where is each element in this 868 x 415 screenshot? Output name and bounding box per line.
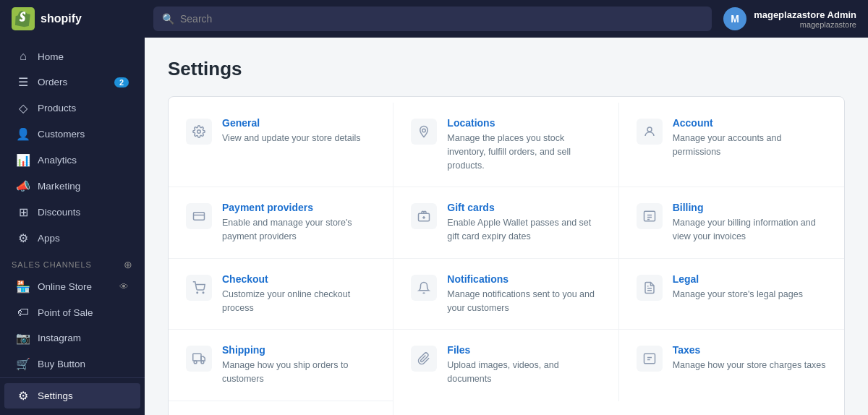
sidebar-item-products[interactable]: ◇ Products <box>4 95 140 121</box>
checkout-title: Checkout <box>222 273 375 285</box>
billing-icon <box>637 203 663 229</box>
svg-point-2 <box>422 129 426 132</box>
gift-cards-title: Gift cards <box>447 202 600 213</box>
files-text: Files Upload images, videos, and documen… <box>447 344 600 386</box>
legal-desc: Manage your store's legal pages <box>673 288 827 301</box>
account-desc: Manage your accounts and permissions <box>673 132 827 159</box>
search-input[interactable] <box>180 13 703 25</box>
badge-orders: 2 <box>114 77 129 87</box>
svg-point-14 <box>203 292 204 294</box>
sidebar-label-online-store: Online Store <box>38 281 92 292</box>
search-bar[interactable]: 🔍 <box>153 7 712 31</box>
products-icon: ◇ <box>16 101 30 115</box>
legal-icon <box>637 275 663 301</box>
locations-icon <box>411 119 437 145</box>
sidebar-item-online-store[interactable]: 🏪 Online Store 👁 <box>4 274 140 299</box>
sidebar-item-customers[interactable]: 👤 Customers <box>4 121 140 147</box>
taxes-desc: Manage how your store charges taxes <box>673 359 827 372</box>
settings-item-legal[interactable]: Legal Manage your store's legal pages <box>619 259 844 330</box>
general-title: General <box>222 117 375 129</box>
add-sales-channel-icon[interactable]: ⊕ <box>124 259 133 270</box>
sidebar-label-discounts: Discounts <box>38 207 80 218</box>
sidebar-label-marketing: Marketing <box>38 181 80 192</box>
sidebar-label-analytics: Analytics <box>38 155 77 166</box>
sidebar-bottom: ⚙ Settings <box>0 377 145 409</box>
online-store-icon: 🏪 <box>16 280 30 294</box>
eye-icon-online-store[interactable]: 👁 <box>119 281 129 292</box>
sidebar-label-buy-button: Buy Button <box>38 359 85 369</box>
files-desc: Upload images, videos, and documents <box>447 359 600 386</box>
legal-text: Legal Manage your store's legal pages <box>673 273 827 301</box>
notifications-text: Notifications Manage notifications sent … <box>447 273 600 315</box>
svg-point-3 <box>647 127 652 132</box>
taxes-title: Taxes <box>673 344 827 356</box>
sidebar-label-products: Products <box>38 103 76 114</box>
checkout-desc: Customize your online checkout process <box>222 288 375 315</box>
svg-rect-17 <box>193 354 201 361</box>
sidebar-item-marketing[interactable]: 📣 Marketing <box>4 174 140 199</box>
orders-icon: ☰ <box>16 75 30 89</box>
settings-item-billing[interactable]: Billing Manage your billing information … <box>619 187 844 259</box>
settings-item-taxes[interactable]: Taxes Manage how your store charges taxe… <box>619 330 844 401</box>
sidebar-label-orders: Orders <box>38 77 67 87</box>
svg-rect-20 <box>644 354 655 364</box>
files-icon <box>411 346 437 372</box>
sidebar-item-analytics[interactable]: 📊 Analytics <box>4 147 140 173</box>
user-sub: mageplazastore <box>754 20 856 29</box>
sidebar-item-home[interactable]: ⌂ Home <box>4 44 140 69</box>
billing-title: Billing <box>673 202 827 213</box>
checkout-text: Checkout Customize your online checkout … <box>222 273 375 315</box>
account-title: Account <box>673 117 827 129</box>
svg-point-13 <box>197 292 198 294</box>
checkout-icon <box>186 275 212 301</box>
sidebar-item-buy-button[interactable]: 🛒 Buy Button <box>4 351 140 377</box>
settings-item-locations[interactable]: Locations Manage the places you stock in… <box>393 103 618 187</box>
logo-text: shopify <box>41 12 82 25</box>
search-icon: 🔍 <box>162 13 174 25</box>
sidebar-label-apps: Apps <box>38 233 60 244</box>
settings-card: General View and update your store detai… <box>168 96 845 415</box>
sidebar-label-instagram: Instagram <box>38 333 81 343</box>
locations-text: Locations Manage the places you stock in… <box>447 117 600 172</box>
notifications-desc: Manage notifications sent to you and you… <box>447 288 600 315</box>
taxes-icon <box>637 346 663 372</box>
svg-point-19 <box>201 361 204 364</box>
settings-icon: ⚙ <box>16 389 30 403</box>
svg-point-1 <box>197 130 201 134</box>
page-title: Settings <box>168 58 845 80</box>
sidebar-item-point-of-sale[interactable]: 🏷 Point of Sale <box>4 300 140 325</box>
settings-item-checkout[interactable]: Checkout Customize your online checkout … <box>169 259 393 330</box>
billing-desc: Manage your billing information and view… <box>673 216 827 244</box>
payment-providers-title: Payment providers <box>222 202 375 213</box>
sidebar-label-home: Home <box>38 51 64 62</box>
sidebar-item-orders[interactable]: ☰ Orders 2 <box>4 69 140 95</box>
general-icon <box>186 119 212 145</box>
general-desc: View and update your store details <box>222 132 375 145</box>
buy-button-icon: 🛒 <box>16 357 30 371</box>
sidebar-item-instagram[interactable]: 📷 Instagram <box>4 325 140 351</box>
shipping-text: Shipping Manage how you ship orders to c… <box>222 344 375 386</box>
shipping-desc: Manage how you ship orders to customers <box>222 359 375 386</box>
settings-item-files[interactable]: Files Upload images, videos, and documen… <box>393 330 618 401</box>
settings-item-general[interactable]: General View and update your store detai… <box>169 103 393 187</box>
settings-item-gift-cards[interactable]: Gift cards Enable Apple Wallet passes an… <box>393 187 618 259</box>
svg-rect-4 <box>194 213 205 221</box>
logo-area: shopify <box>12 7 142 30</box>
sidebar-item-apps[interactable]: ⚙ Apps <box>4 226 140 251</box>
sidebar-item-settings[interactable]: ⚙ Settings <box>4 383 140 408</box>
instagram-icon: 📷 <box>16 331 30 345</box>
settings-item-account[interactable]: Account Manage your accounts and permiss… <box>619 103 844 187</box>
sidebar-item-discounts[interactable]: ⊞ Discounts <box>4 200 140 225</box>
general-text: General View and update your store detai… <box>222 117 375 145</box>
locations-title: Locations <box>447 117 600 129</box>
layout: ⌂ Home ☰ Orders 2 ◇ Products 👤 Customers… <box>0 38 868 415</box>
files-title: Files <box>447 344 600 356</box>
notifications-icon <box>411 275 437 301</box>
sidebar-label-customers: Customers <box>38 129 85 140</box>
avatar: M <box>723 7 746 30</box>
settings-item-payment-providers[interactable]: Payment providers Enable and manage your… <box>169 187 393 259</box>
settings-item-sales-channels[interactable]: Sales channels Manage the channels you u… <box>169 401 393 415</box>
account-icon <box>637 119 663 145</box>
settings-item-notifications[interactable]: Notifications Manage notifications sent … <box>393 259 618 330</box>
settings-item-shipping[interactable]: Shipping Manage how you ship orders to c… <box>169 330 393 401</box>
